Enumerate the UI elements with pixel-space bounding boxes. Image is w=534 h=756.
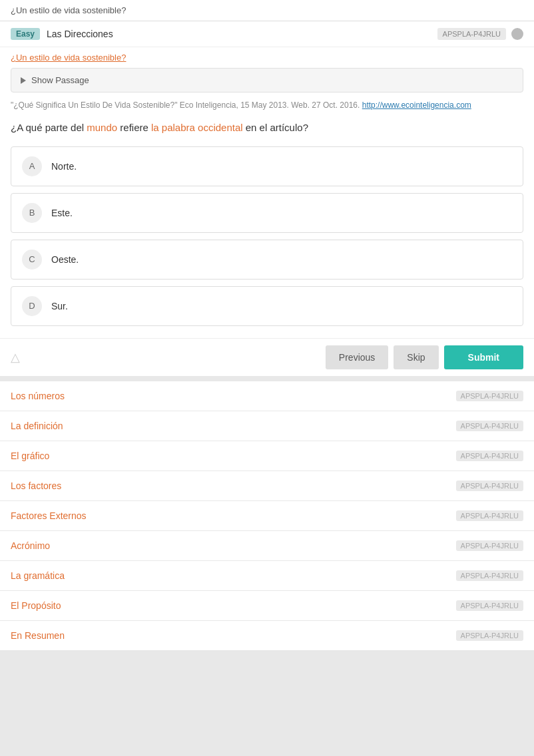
option-item[interactable]: B Este. <box>11 193 523 233</box>
list-item-label: Los factores <box>11 480 61 491</box>
list-item-label: En Resumen <box>11 630 65 641</box>
option-text: Sur. <box>51 301 68 311</box>
status-dot <box>511 28 523 40</box>
option-item[interactable]: D Sur. <box>11 286 523 326</box>
list-item-code: APSPLA-P4JRLU <box>456 421 523 431</box>
difficulty-badge: Easy <box>11 28 40 40</box>
list-item-code: APSPLA-P4JRLU <box>456 480 523 491</box>
option-text: Norte. <box>51 161 77 172</box>
option-text: Oeste. <box>51 254 79 265</box>
expand-icon <box>21 77 26 84</box>
list-item-label: El Propósito <box>11 600 61 611</box>
list-item-label: Acrónimo <box>11 540 50 551</box>
card-title: Las Direcciones <box>47 29 437 39</box>
list-item-code: APSPLA-P4JRLU <box>456 630 523 641</box>
citation-text: "¿Qué Significa Un Estilo De Vida Sosten… <box>0 98 534 115</box>
question-text: ¿A qué parte del mundo refiere la palabr… <box>0 115 534 146</box>
option-letter: B <box>22 203 42 223</box>
question-part1: ¿A qué parte del <box>11 122 87 133</box>
list-item-label: El gráfico <box>11 451 49 461</box>
list-item-code: APSPLA-P4JRLU <box>456 570 523 581</box>
options-container: A Norte. B Este. C Oeste. D Sur. <box>0 146 534 338</box>
card-header: Easy Las Direcciones APSPLA-P4JRLU <box>0 21 534 47</box>
passage-link[interactable]: ¿Un estilo de vida sostenible? <box>0 47 534 65</box>
list-item-code: APSPLA-P4JRLU <box>456 600 523 611</box>
list-item[interactable]: Los factores APSPLA-P4JRLU <box>0 471 534 501</box>
question-highlight2: la palabra occidental <box>151 122 243 133</box>
warning-icon: △ <box>11 350 20 365</box>
option-letter: D <box>22 296 42 316</box>
submit-button[interactable]: Submit <box>444 345 523 369</box>
option-letter: A <box>22 156 42 176</box>
list-item-label: Factores Externos <box>11 510 87 521</box>
show-passage-toggle[interactable]: Show Passage <box>11 68 523 93</box>
list-item[interactable]: Factores Externos APSPLA-P4JRLU <box>0 501 534 531</box>
list-item[interactable]: En Resumen APSPLA-P4JRLU <box>0 621 534 651</box>
list-item[interactable]: Acrónimo APSPLA-P4JRLU <box>0 531 534 561</box>
main-card: Easy Las Direcciones APSPLA-P4JRLU ¿Un e… <box>0 21 534 376</box>
list-item-label: La definición <box>11 421 63 431</box>
title-bar-text: ¿Un estilo de vida sostenible? <box>11 5 126 15</box>
list-item-label: La gramática <box>11 570 65 581</box>
question-part2: refiere <box>117 122 151 133</box>
option-item[interactable]: A Norte. <box>11 146 523 186</box>
previous-button[interactable]: Previous <box>326 345 388 369</box>
question-highlight1: mundo <box>87 122 117 133</box>
list-item[interactable]: Los números APSPLA-P4JRLU <box>0 381 534 411</box>
list-item[interactable]: La gramática APSPLA-P4JRLU <box>0 561 534 591</box>
header-code: APSPLA-P4JRLU <box>437 28 506 40</box>
list-item-code: APSPLA-P4JRLU <box>456 391 523 401</box>
option-letter: C <box>22 250 42 270</box>
option-item[interactable]: C Oeste. <box>11 240 523 280</box>
show-passage-label: Show Passage <box>31 75 89 85</box>
question-part3: en el artículo? <box>243 122 308 133</box>
list-item-code: APSPLA-P4JRLU <box>456 451 523 461</box>
title-bar: ¿Un estilo de vida sostenible? <box>0 0 534 21</box>
skip-button[interactable]: Skip <box>394 345 438 369</box>
list-section: Los números APSPLA-P4JRLU La definición … <box>0 381 534 651</box>
list-item-code: APSPLA-P4JRLU <box>456 540 523 551</box>
list-item[interactable]: El Propósito APSPLA-P4JRLU <box>0 591 534 621</box>
citation-body: "¿Qué Significa Un Estilo De Vida Sosten… <box>11 100 360 110</box>
action-bar: △ Previous Skip Submit <box>0 338 534 376</box>
list-item[interactable]: La definición APSPLA-P4JRLU <box>0 411 534 441</box>
list-item[interactable]: El gráfico APSPLA-P4JRLU <box>0 441 534 471</box>
list-item-label: Los números <box>11 391 65 401</box>
list-item-code: APSPLA-P4JRLU <box>456 510 523 521</box>
option-text: Este. <box>51 208 73 218</box>
citation-link[interactable]: http://www.ecointeligencia.com <box>362 100 471 110</box>
